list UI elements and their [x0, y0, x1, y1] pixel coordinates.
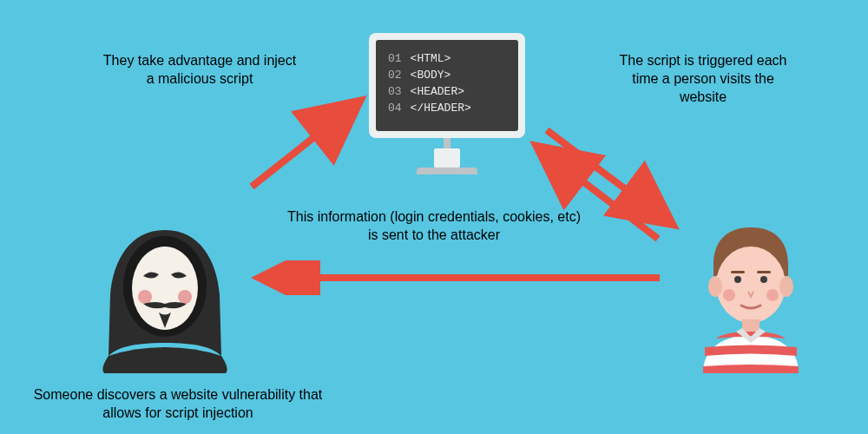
code-line-1: 01 <HTML>: [388, 50, 506, 67]
svg-point-12: [766, 289, 779, 301]
svg-point-6: [779, 276, 793, 297]
code-line-num: 03: [388, 85, 402, 98]
arrow-triggered-up: [528, 139, 675, 252]
svg-line-14: [252, 104, 356, 187]
label-triggered: The script is triggered each time a pers…: [608, 52, 799, 106]
code-line-2: 02 <BODY>: [388, 67, 506, 83]
svg-point-8: [760, 276, 767, 283]
code-line-tag: </HEADER>: [411, 102, 471, 115]
svg-line-16: [541, 149, 658, 239]
hacker-figure: [91, 217, 239, 377]
svg-point-2: [138, 290, 152, 304]
code-line-num: 01: [388, 52, 402, 65]
svg-point-7: [734, 276, 741, 283]
label-inject: They take advantage and inject a malicio…: [100, 52, 299, 89]
svg-point-4: [716, 247, 786, 323]
code-line-num: 04: [388, 102, 402, 115]
label-discover: Someone discovers a website vulnerabilit…: [30, 386, 326, 423]
arrow-info-sent: [252, 260, 668, 295]
arrow-inject: [243, 91, 373, 195]
svg-rect-9: [731, 271, 745, 273]
user-figure: [677, 217, 825, 377]
svg-point-11: [723, 289, 735, 301]
code-line-tag: <HEADER>: [411, 85, 464, 98]
code-line-num: 02: [388, 69, 402, 82]
code-line-4: 04 </HEADER>: [388, 100, 506, 116]
code-line-tag: <BODY>: [411, 69, 451, 82]
svg-point-3: [178, 290, 192, 304]
computer-monitor: 01 <HTML> 02 <BODY> 03 <HEADER> 04 </HEA…: [369, 33, 525, 174]
svg-point-5: [708, 276, 722, 297]
code-line-3: 03 <HEADER>: [388, 83, 506, 100]
code-line-tag: <HTML>: [411, 52, 451, 65]
svg-rect-10: [757, 271, 771, 273]
